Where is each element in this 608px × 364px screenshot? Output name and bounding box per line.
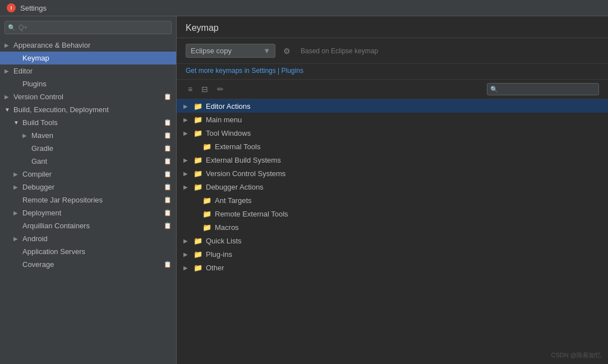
app-icon: I <box>7 3 16 12</box>
sidebar-item-remote-jar[interactable]: Remote Jar Repositories📋 <box>0 193 176 206</box>
keymap-controls: Eclipse copy ▼ ⚙ Based on Eclipse keymap <box>177 38 608 64</box>
action-item-editor-actions[interactable]: ▶📁Editor Actions <box>177 99 608 113</box>
sidebar-item-label: Application Servers <box>22 247 85 256</box>
keymap-plugins-link[interactable]: Get more keymaps in Settings | Plugins <box>186 67 303 75</box>
action-item-label: Debugger Actions <box>206 183 264 191</box>
copy-icon: 📋 <box>164 196 172 204</box>
action-search-input[interactable] <box>487 83 599 95</box>
action-item-macros[interactable]: 📁Macros <box>177 220 608 234</box>
sidebar-item-label: Gradle <box>31 144 53 153</box>
action-item-ant-targets[interactable]: 📁Ant Targets <box>177 193 608 207</box>
action-item-label: Plug-ins <box>206 250 232 259</box>
folder-icon: 📁 <box>202 142 211 151</box>
folder-icon: 📁 <box>194 182 202 191</box>
sidebar-item-label: Maven <box>31 131 53 140</box>
action-item-plug-ins[interactable]: ▶📁Plug-ins <box>177 247 608 261</box>
sidebar: 🔍 ▶Appearance & BehaviorKeymap▶EditorPlu… <box>0 16 177 364</box>
action-item-external-build[interactable]: ▶📁External Build Systems <box>177 153 608 167</box>
sidebar-item-gradle[interactable]: Gradle📋 <box>0 142 176 155</box>
folder-icon: 📁 <box>194 169 202 178</box>
copy-icon: 📋 <box>164 222 172 229</box>
sidebar-item-android[interactable]: ▶Android <box>0 232 176 245</box>
sidebar-item-build-tools[interactable]: ▼Build Tools📋 <box>0 116 176 129</box>
sidebar-item-version-control[interactable]: ▶Version Control📋 <box>0 90 176 103</box>
action-item-external-tools[interactable]: 📁External Tools <box>177 140 608 153</box>
copy-icon: 📋 <box>164 119 172 126</box>
copy-icon: 📋 <box>164 93 172 100</box>
sidebar-item-label: Arquillian Containers <box>22 222 90 230</box>
copy-icon: 📋 <box>164 171 172 178</box>
arrow-icon: ▶ <box>4 94 11 100</box>
sidebar-item-build-exec-deploy[interactable]: ▼Build, Execution, Deployment <box>0 103 176 116</box>
action-arrow-icon: ▶ <box>183 265 190 271</box>
arrow-icon: ▼ <box>4 107 11 113</box>
folder-icon: 📁 <box>194 250 202 259</box>
sidebar-item-label: Version Control <box>13 93 63 101</box>
action-item-label: Remote External Tools <box>215 210 288 218</box>
sidebar-item-label: Gant <box>31 157 47 165</box>
action-item-vcs[interactable]: ▶📁Version Control Systems <box>177 167 608 180</box>
copy-icon: 📋 <box>164 145 172 152</box>
arrow-icon: ▶ <box>4 42 11 48</box>
action-item-label: External Build Systems <box>206 156 281 164</box>
sidebar-item-arquillian[interactable]: Arquillian Containers📋 <box>0 219 176 232</box>
action-search-icon: 🔍 <box>490 86 498 93</box>
arrow-icon: ▶ <box>13 184 20 190</box>
arrow-icon: ▶ <box>13 236 20 242</box>
action-item-label: External Tools <box>215 142 260 151</box>
sidebar-item-compiler[interactable]: ▶Compiler📋 <box>0 168 176 181</box>
action-item-label: Tool Windows <box>206 129 251 137</box>
sidebar-item-appearance[interactable]: ▶Appearance & Behavior <box>0 39 176 52</box>
sidebar-item-debugger[interactable]: ▶Debugger📋 <box>0 181 176 193</box>
arrow-icon: ▶ <box>4 68 11 74</box>
arrow-icon: ▶ <box>22 132 29 139</box>
folder-icon: 📁 <box>194 263 202 272</box>
sidebar-item-editor[interactable]: ▶Editor <box>0 64 176 77</box>
folder-icon: 📁 <box>202 223 211 232</box>
title-bar: I Settings <box>0 0 608 16</box>
gear-button[interactable]: ⚙ <box>281 45 293 57</box>
sidebar-item-maven[interactable]: ▶Maven📋 <box>0 129 176 142</box>
watermark: CSDN @陈薪如忆 <box>551 351 601 360</box>
sidebar-item-gant[interactable]: Gant📋 <box>0 155 176 168</box>
sidebar-item-label: Compiler <box>22 170 52 178</box>
action-arrow-icon: ▶ <box>183 157 190 163</box>
arrow-icon: ▼ <box>13 119 20 126</box>
action-item-main-menu[interactable]: ▶📁Main menu <box>177 113 608 126</box>
keymap-dropdown-value: Eclipse copy <box>191 47 232 55</box>
folder-icon: 📁 <box>202 209 211 218</box>
keymap-dropdown[interactable]: Eclipse copy ▼ <box>186 44 275 58</box>
action-item-remote-ext-tools[interactable]: 📁Remote External Tools <box>177 207 608 220</box>
sidebar-item-app-servers[interactable]: Application Servers <box>0 245 176 258</box>
sidebar-item-plugins[interactable]: Plugins <box>0 77 176 90</box>
sidebar-item-label: Remote Jar Repositories <box>22 196 103 204</box>
sidebar-item-deployment[interactable]: ▶Deployment📋 <box>0 206 176 219</box>
action-item-tool-windows[interactable]: ▶📁Tool Windows <box>177 126 608 140</box>
collapse-all-button[interactable]: ⊟ <box>199 84 210 95</box>
action-item-debugger-actions[interactable]: ▶📁Debugger Actions <box>177 180 608 193</box>
expand-all-button[interactable]: ≡ <box>186 84 195 95</box>
copy-icon: 📋 <box>164 261 172 268</box>
sidebar-item-label: Plugins <box>22 80 47 88</box>
action-list: ▶📁Editor Actions▶📁Main menu▶📁Tool Window… <box>177 99 608 364</box>
sidebar-search-input[interactable] <box>4 21 172 34</box>
sidebar-item-label: Build Tools <box>22 118 58 127</box>
sidebar-item-coverage[interactable]: Coverage📋 <box>0 258 176 271</box>
panel-title: Keymap <box>177 16 608 38</box>
action-arrow-icon: ▶ <box>183 251 190 257</box>
sidebar-item-label: Debugger <box>22 183 54 191</box>
folder-icon: 📁 <box>202 196 211 205</box>
action-arrow-icon: ▶ <box>183 117 190 123</box>
action-item-other[interactable]: ▶📁Other <box>177 261 608 274</box>
edit-button[interactable]: ✏ <box>215 84 226 95</box>
action-toolbar: ≡ ⊟ ✏ 🔍 <box>177 80 608 99</box>
arrow-icon: ▶ <box>13 210 20 216</box>
action-item-quick-lists[interactable]: ▶📁Quick Lists <box>177 234 608 247</box>
sidebar-item-keymap[interactable]: Keymap <box>0 52 176 64</box>
action-search-container: 🔍 <box>487 83 599 95</box>
folder-icon: 📁 <box>194 128 202 137</box>
action-item-label: Editor Actions <box>206 102 251 110</box>
folder-icon: 📁 <box>194 236 202 245</box>
right-panel: Keymap Eclipse copy ▼ ⚙ Based on Eclipse… <box>177 16 608 364</box>
sidebar-item-label: Deployment <box>22 209 61 217</box>
